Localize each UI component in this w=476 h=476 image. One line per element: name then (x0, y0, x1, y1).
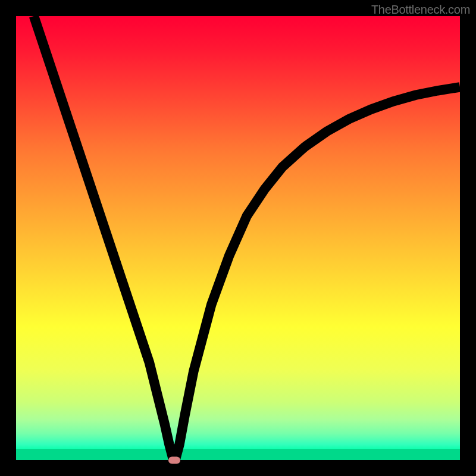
watermark-text: TheBottleneck.com (371, 3, 470, 17)
chart-frame: TheBottleneck.com (0, 0, 476, 476)
plot-area (16, 16, 460, 460)
minimum-dot (168, 457, 180, 464)
bottleneck-curve (34, 16, 460, 458)
curve-svg (16, 16, 460, 460)
